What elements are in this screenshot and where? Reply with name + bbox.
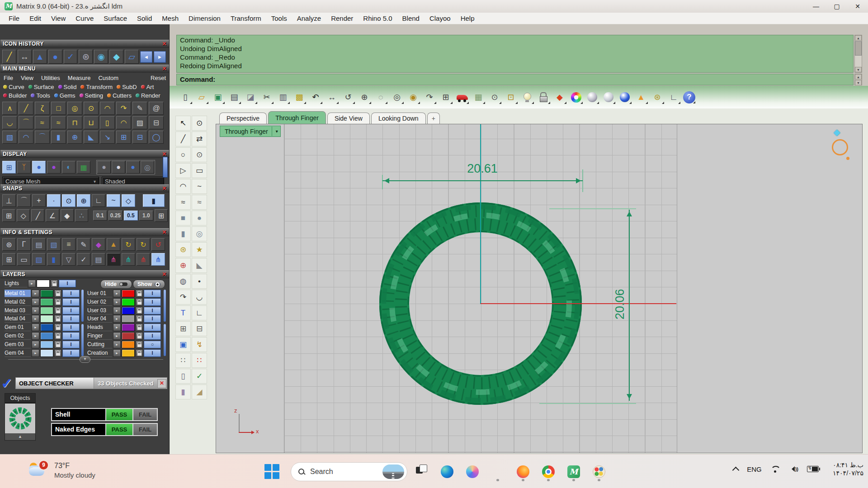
layer-visibility-toggle[interactable]: I (62, 298, 80, 306)
layer-color-swatch[interactable] (40, 298, 53, 306)
angle-45-icon[interactable]: ∠ (46, 209, 59, 222)
layer-visibility-toggle[interactable]: I (144, 332, 161, 340)
mm-circle-2pt-icon[interactable]: ⊙ (84, 102, 99, 115)
menu-transform[interactable]: Transform (226, 14, 266, 22)
command-history-scrollbar[interactable]: ▲ ▼ (854, 35, 862, 73)
flag-cone-icon[interactable]: ▲ (634, 90, 648, 104)
figure-icon[interactable]: ᛉ (17, 161, 31, 174)
category-solid[interactable]: Solid (58, 84, 77, 90)
chrome-icon[interactable] (539, 461, 557, 482)
layer-name-metal-04[interactable]: Metal 04 (5, 315, 31, 323)
mm-curve-icon[interactable]: ↷ (116, 102, 131, 115)
layer-visibility-toggle[interactable]: I (62, 307, 80, 314)
layer-name-gem-04[interactable]: Gem 04 (5, 349, 31, 357)
layer-color-swatch[interactable] (40, 341, 53, 348)
objects-scroll-up[interactable]: ▲ (5, 433, 35, 440)
line-icon[interactable]: ╱ (2, 50, 16, 64)
layer-expand-button[interactable]: ► (32, 332, 39, 340)
mm-move-icon[interactable]: ⊕ (67, 131, 82, 144)
freeform-curve-icon[interactable]: ~ (192, 179, 207, 194)
head-teal-icon[interactable]: ⋔ (122, 253, 135, 266)
layer-name-user-01[interactable]: User 01 (87, 290, 112, 297)
layer-name-metal-01[interactable]: Metal 01 (5, 290, 31, 297)
menu-help[interactable]: Help (456, 14, 480, 22)
cut-icon[interactable]: ✂ (260, 90, 274, 104)
mm-link-icon[interactable]: ⊞ (116, 131, 131, 144)
orbit-widget-icon[interactable] (832, 139, 848, 155)
mm-zigzag-icon[interactable]: ζ (35, 102, 50, 115)
close-icon[interactable]: ✕ (157, 379, 166, 388)
snap-tan-icon[interactable]: ~ (107, 194, 120, 207)
category-curve[interactable]: Curve (3, 84, 24, 90)
scrollbar-thumb[interactable] (855, 41, 862, 56)
fine-grid-icon[interactable]: ⊞ (155, 209, 168, 222)
scroll-up-icon[interactable]: ▲ (855, 74, 862, 80)
layer-visibility-toggle[interactable]: I (144, 349, 161, 357)
viewport-title-dropdown[interactable]: Through Finger ▾ (220, 126, 281, 137)
layer-visibility-toggle[interactable]: I (62, 349, 80, 357)
firefox-icon[interactable] (514, 461, 532, 482)
layer-color-swatch[interactable] (122, 315, 135, 323)
snap-point-icon[interactable]: + (32, 194, 46, 207)
layer-lock-icon[interactable] (54, 298, 61, 306)
redo-view-icon[interactable]: ↷ (423, 90, 436, 104)
render-mode-icon[interactable]: ● (97, 161, 111, 174)
layer-visibility-toggle[interactable]: I (62, 315, 80, 323)
mm-boxes-icon[interactable]: ▧ (2, 131, 17, 144)
head-pink-icon[interactable]: ⋔ (107, 253, 120, 266)
sphere-mapped-icon[interactable] (602, 90, 615, 104)
revert-icon[interactable]: ◪ (244, 90, 257, 104)
paint-icon[interactable] (590, 461, 608, 482)
grid-points-icon[interactable]: ∷ (175, 353, 191, 368)
pen-mode-icon[interactable]: ● (126, 161, 140, 174)
import-file-icon[interactable]: ▱ (125, 50, 139, 64)
gem-tool-icon[interactable]: ◆ (109, 50, 123, 64)
mm-curve-12-icon[interactable]: ⌒ (19, 116, 33, 129)
mm-sweep-icon[interactable]: ◣ (84, 131, 99, 144)
category-art[interactable]: Art (141, 84, 154, 90)
mm-profile-icon[interactable]: ▮ (51, 131, 66, 144)
rectangle-icon[interactable]: ▭ (192, 163, 207, 178)
sphere-icon[interactable]: ● (192, 211, 207, 225)
layer-color-swatch[interactable] (40, 332, 53, 340)
layer-visibility-toggle[interactable]: I (62, 324, 80, 331)
viewport-tab-through-finger[interactable]: Through Finger (268, 111, 326, 124)
filter-icon[interactable]: ▽ (62, 253, 75, 266)
mm-curve-u-icon[interactable]: ◡ (2, 116, 17, 129)
layer-expand-button[interactable]: ► (32, 290, 39, 297)
snap-near-icon[interactable]: ⌒ (17, 194, 31, 207)
layer-lock-icon[interactable] (136, 298, 143, 306)
open-file-icon[interactable]: ▱ (195, 90, 208, 104)
menu-clayoo[interactable]: Clayoo (425, 14, 456, 22)
clipboard-icon[interactable]: ▯ (175, 369, 191, 384)
category-setting[interactable]: Setting (80, 92, 103, 99)
command-history[interactable]: Command: _UndoUndoing DimAlignedCommand:… (176, 35, 854, 73)
circle-icon[interactable]: ○ (175, 147, 191, 162)
zoom-window-icon[interactable]: ◌ (374, 90, 387, 104)
layer-color-swatch[interactable] (40, 290, 53, 297)
loop-record-icon[interactable]: ↻ (137, 238, 150, 251)
torus-icon[interactable]: ◎ (192, 226, 207, 241)
rotate-view-icon[interactable]: ↺ (341, 90, 355, 104)
layer-color-swatch[interactable] (40, 307, 53, 314)
scroll-down-icon[interactable]: ▼ (855, 67, 862, 72)
layer-visibility-toggle[interactable]: I (144, 290, 161, 297)
viewport-tab-looking-down[interactable]: Looking Down (371, 113, 426, 124)
wire-mode-icon[interactable]: ◎ (141, 161, 154, 174)
layer-expand-button[interactable]: ► (32, 324, 39, 331)
polar-array-icon[interactable]: ⊟ (192, 321, 207, 336)
box-icon[interactable]: ■ (175, 211, 191, 225)
layer-expand-button[interactable]: ► (32, 349, 39, 357)
menu-analyze[interactable]: Analyze (292, 14, 326, 22)
mm-arc-icon[interactable]: ◠ (100, 102, 115, 115)
check-tool-icon[interactable]: ✓ (192, 369, 207, 384)
edit-notes-icon[interactable]: ✎ (77, 238, 90, 251)
close-icon[interactable]: ✕ (162, 40, 167, 48)
polygon-icon[interactable]: ▷ (175, 163, 191, 178)
viewport-canvas[interactable]: 20.61 20.06 Through Finger ▾ z x ◆ (216, 124, 863, 453)
notebook-icon[interactable]: ▮ (47, 253, 61, 266)
menu-blend[interactable]: Blend (397, 14, 425, 22)
increment-0-25[interactable]: 0.25 (108, 211, 123, 221)
layer-expand-button[interactable]: ► (113, 290, 121, 297)
undo-icon[interactable]: ↶ (309, 90, 322, 104)
